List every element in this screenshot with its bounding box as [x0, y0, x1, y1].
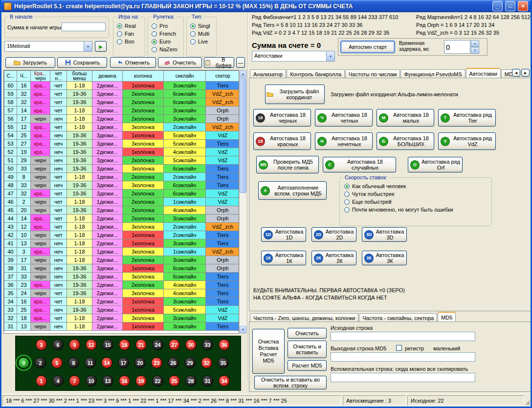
roulette-number-34[interactable]: 34	[219, 375, 230, 387]
radio-game-Fan[interactable]: Fan	[117, 30, 136, 38]
radio-speed-Чуток побыстрее[interactable]: Чуток побыстрее	[344, 190, 453, 198]
roulette-number-28[interactable]: 28	[185, 375, 197, 387]
table-row[interactable]: 5512кра...чет1-181дюжи...3колонка2сиклай…	[4, 123, 240, 131]
roulette-number-0[interactable]: 0	[18, 357, 29, 368]
roulette-number-14[interactable]: 14	[101, 357, 112, 368]
radio-roulette-French[interactable]: French	[152, 30, 177, 38]
aux-string-input[interactable]	[331, 373, 475, 382]
radio-icon[interactable]	[344, 192, 350, 197]
autobet-button[interactable]: ОАвтоставка ряд Orf	[408, 157, 463, 172]
radio-icon[interactable]	[117, 39, 122, 44]
roulette-number-23[interactable]: 23	[151, 357, 162, 368]
scroll-up-icon[interactable]: ▲	[240, 70, 246, 78]
roulette-number-1[interactable]: 1	[36, 375, 47, 387]
table-row[interactable]: 5832кра...чет19-363дюжи...2колонка6сикла…	[4, 98, 240, 107]
table-scrollbar[interactable]: ▲ ▼	[239, 70, 247, 334]
tab-Автоставки[interactable]: Автоставки	[466, 68, 501, 78]
radio-icon[interactable]	[152, 23, 157, 29]
scroll-down-icon[interactable]: ▼	[240, 326, 246, 333]
table-row[interactable]: 3917черннеч1-182дюжи...2колонка3сиклайнO…	[4, 256, 240, 264]
radio-type-Singl[interactable]: Singl	[190, 22, 210, 30]
radio-roulette-NaZero[interactable]: NaZero	[152, 45, 177, 53]
roulette-number-25[interactable]: 25	[169, 375, 180, 387]
roulette-number-13[interactable]: 13	[102, 375, 113, 387]
load-coordinates-button[interactable]: Загрузить файл координат	[265, 85, 325, 104]
table-row[interactable]: 5617черннеч1-182дюжи...2колонка3сиклайнO…	[4, 115, 240, 123]
table-row[interactable]: 5932кра...чет19-363дюжи...2колонка6сикла…	[4, 90, 240, 98]
tab-Анализатор[interactable]: Анализатор	[250, 69, 286, 78]
table-row[interactable]: 5327кра...неч19-363дюжи...3колонка5сикла…	[4, 140, 240, 148]
roulette-number-22[interactable]: 22	[152, 375, 163, 387]
table-row[interactable]: 4833черннеч19-363дюжи...3колонка6сиклайн…	[4, 181, 240, 190]
table-row[interactable]: 3113черннеч1-182дюжи...1колонка3сиклайнT…	[4, 322, 240, 331]
close-button[interactable]: ×	[518, 1, 528, 11]
autobet-button[interactable]: 18Автоставка 18 красных	[253, 132, 311, 150]
table-row[interactable]: 3325кра...неч19-363дюжи...1колонка5сикла…	[4, 306, 240, 314]
table-row[interactable]: 5425кра...неч19-363дюжи...1колонка5сикла…	[4, 131, 240, 140]
radio-type-Live[interactable]: Live	[190, 38, 210, 45]
roulette-number-8[interactable]: 8	[68, 357, 79, 368]
delay-input[interactable]	[444, 40, 470, 54]
minus-button[interactable]: —	[236, 57, 245, 68]
table-row[interactable]: 4414кра...чет1-182дюжи...2колонка3сиклай…	[4, 215, 240, 223]
radio-icon[interactable]	[152, 47, 157, 52]
table-row[interactable]: 5714кра...чет1-182дюжи...2колонка3сиклай…	[4, 107, 240, 115]
bottom-tab-Частота - Zero, шансы, дюжины, колонки[interactable]: Частота - Zero, шансы, дюжины, колонки	[250, 313, 358, 322]
roulette-number-36[interactable]: 36	[219, 339, 230, 350]
spinner-down-icon[interactable]: ▼	[471, 47, 479, 54]
roulette-number-33[interactable]: 33	[202, 339, 213, 350]
table-row[interactable]: 5219кра...неч19-362дюжи...1колонка4сикла…	[4, 148, 240, 156]
table-row[interactable]: 3416кра...чет1-182дюжи...1колонка3сиклай…	[4, 298, 240, 306]
radio-speed-Как обычный человек[interactable]: Как обычный человек	[344, 182, 453, 190]
table-row[interactable]: 3623кра...неч19-362дюжи...2колонка4сикла…	[4, 281, 240, 289]
radio-roulette-Pro[interactable]: Pro	[152, 22, 177, 30]
radio-game-Bon[interactable]: Bon	[117, 38, 136, 45]
md5-clear-button[interactable]: Очистить	[288, 328, 327, 339]
roulette-number-21[interactable]: 21	[135, 339, 147, 350]
autobet-button[interactable]: 1DАвтоставка 1D	[261, 227, 306, 242]
table-row[interactable]: 3733черннеч19-363дюжи...3колонка6сиклайн…	[4, 273, 240, 281]
roulette-number-16[interactable]: 16	[119, 375, 130, 387]
output-string-input[interactable]	[331, 352, 475, 362]
radio-icon[interactable]	[190, 31, 196, 37]
table-row[interactable]: 498чернчет1-181дюжи...2колонка2сиклайнTi…	[4, 173, 240, 181]
autobet-button[interactable]: МАвтоставка 18 малых	[377, 109, 434, 127]
radio-icon[interactable]	[117, 23, 122, 29]
chevron-down-icon[interactable]: ▼	[84, 42, 92, 51]
radio-icon[interactable]	[190, 39, 196, 44]
autobet-button[interactable]: НАвтоставка 18 нечетных	[315, 132, 373, 150]
bottom-tab-MD5[interactable]: MD5	[438, 312, 456, 322]
to-buffer-button[interactable]: В буфер	[204, 57, 234, 68]
roulette-number-29[interactable]: 29	[184, 357, 196, 368]
table-row[interactable]: 4312кра...чет1-181дюжи...3колонка2сиклай…	[4, 223, 240, 231]
roulette-number-12[interactable]: 12	[86, 339, 97, 350]
table-row[interactable]: 462чернчет1-181дюжи...2колонка1сиклайнVd…	[4, 198, 240, 206]
radio-icon[interactable]	[152, 39, 157, 44]
roulette-number-32[interactable]: 32	[201, 357, 212, 368]
scrollbar-thumb[interactable]	[240, 78, 246, 193]
md5-calc-button[interactable]: Расчет MD5	[288, 360, 327, 371]
resize-grip[interactable]: ◢	[525, 395, 530, 406]
clear-paste-calc-button[interactable]: Очистка Вставка Расчет MD5	[252, 329, 285, 374]
radio-type-Multi[interactable]: Multi	[190, 30, 210, 38]
autobet-button[interactable]: БАвтоставка 18 БОЛЬШИХ	[377, 132, 434, 150]
radio-game-Real[interactable]: Real	[117, 22, 136, 30]
table-row[interactable]: 3218кра...чет1-182дюжи...3колонка3сиклай…	[4, 314, 240, 322]
table-row[interactable]: 4520чернчет19-362дюжи...2колонка4сиклайн…	[4, 206, 240, 215]
autospin-start-button[interactable]: Автоспин старт	[340, 41, 395, 53]
source-string-input[interactable]	[331, 332, 475, 341]
roulette-number-35[interactable]: 35	[218, 357, 229, 368]
roulette-number-10[interactable]: 10	[86, 375, 97, 387]
load-button[interactable]: Загрузить	[5, 57, 55, 68]
table-row[interactable]: 4210чернчет1-181дюжи...1колонка2сиклайнT…	[4, 231, 240, 239]
spinner-up-icon[interactable]: ▲	[471, 40, 479, 47]
table-row[interactable]: 4113черннеч1-182дюжи...1колонка3сиклайнT…	[4, 239, 240, 248]
tab-Контроль банкролла[interactable]: Контроль банкролла	[287, 69, 345, 78]
tab-scroll-left-icon[interactable]: ◄	[512, 69, 520, 77]
radio-icon[interactable]	[344, 184, 350, 189]
md5-clear-paste-button[interactable]: Очистить и вставить	[288, 341, 327, 358]
profile-combobox[interactable]: 1Melonati ▼	[4, 41, 92, 52]
paste-to-aux-button[interactable]: Очистить и вставить во вспом. строку	[254, 376, 327, 389]
roulette-number-7[interactable]: 7	[69, 375, 80, 387]
roulette-number-31[interactable]: 31	[202, 375, 213, 387]
